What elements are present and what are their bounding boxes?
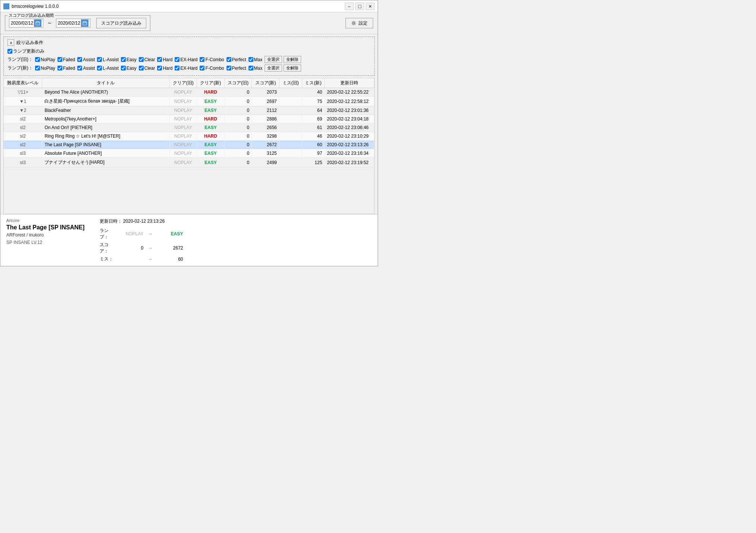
cell-score-old: 0 — [224, 123, 252, 132]
detail-score-new: 2672 — [157, 245, 183, 251]
col-miss-old: ミス(旧) — [279, 78, 302, 88]
cell-score-new: 2499 — [252, 158, 279, 167]
date-to-calendar-button[interactable] — [81, 19, 88, 27]
cell-clear-old: NOPLAY — [169, 115, 197, 123]
cell-miss-old — [279, 123, 302, 132]
cell-score-new: 3125 — [252, 149, 279, 158]
cell-score-old: 0 — [224, 106, 252, 115]
date-to-input[interactable]: 2020/02/12 — [56, 19, 90, 28]
detail-miss-label: ミス： — [100, 256, 115, 262]
table-row[interactable]: sl2 Ring Ring Ring ☆ Let's H! [M@STER] N… — [4, 132, 374, 141]
collapse-button[interactable]: ∧ — [7, 39, 14, 46]
table-row[interactable]: sl2 The Last Page [SP INSANE] NOPLAY EAS… — [4, 141, 374, 149]
load-button[interactable]: スコアログ読み込み — [96, 18, 146, 28]
new-assist-item[interactable]: Assist — [77, 66, 95, 71]
cell-miss-old — [279, 106, 302, 115]
table-row[interactable]: ▽11+ Beyond The Alice (ANOTHER7) NOPLAY … — [4, 88, 374, 97]
new-clear-all-button[interactable]: 全解除 — [284, 65, 301, 72]
old-clear-all-button[interactable]: 全解除 — [284, 56, 301, 63]
new-lamp-label: ランプ(新)： — [7, 65, 33, 71]
new-hard-item[interactable]: Hard — [157, 66, 172, 71]
detail-miss-arrow: → — [147, 257, 154, 262]
table-row[interactable]: ▼1 白き星姫-Принцесса белая звезда- [星織] NOP… — [4, 97, 374, 106]
cell-clear-old: NOPLAY — [169, 123, 197, 132]
table-row[interactable]: sl3 ブナイブナイせんそう[HARD] NOPLAY EASY 0 2499 … — [4, 158, 374, 167]
cell-miss-new: 75 — [302, 97, 325, 106]
old-clear-item[interactable]: Clear — [139, 57, 155, 62]
cell-clear-new: EASY — [197, 123, 225, 132]
svg-rect-0 — [36, 22, 40, 25]
cell-datetime: 2020-02-12 23:13:26 — [325, 141, 374, 149]
cell-clear-new: HARD — [197, 115, 225, 123]
lamp-update-checkbox-item[interactable]: ランプ更新のみ — [7, 48, 44, 54]
detail-miss-row: ミス： → 60 — [100, 256, 183, 262]
lamp-update-label: ランプ更新のみ — [13, 48, 44, 54]
cell-clear-new: EASY — [197, 106, 225, 115]
old-noplay-item[interactable]: NoPlay — [35, 57, 55, 62]
cell-level: sl2 — [4, 115, 42, 123]
new-lamp-row: ランプ(新)： NoPlay Failed Assist L-Assist Ea… — [7, 65, 371, 72]
col-datetime: 更新日時 — [325, 78, 374, 88]
detail-level: SP INSANE LV.12 — [6, 240, 85, 245]
cell-miss-new: 46 — [302, 132, 325, 141]
new-easy-item[interactable]: Easy — [121, 66, 137, 71]
cell-level: sl2 — [4, 123, 42, 132]
close-button[interactable]: × — [366, 3, 375, 10]
cell-score-new: 2672 — [252, 141, 279, 149]
cell-miss-old — [279, 115, 302, 123]
new-clear-item[interactable]: Clear — [139, 66, 155, 71]
cell-miss-new: 125 — [302, 158, 325, 167]
old-lassist-item[interactable]: L-Assist — [97, 57, 119, 62]
cell-score-new: 3298 — [252, 132, 279, 141]
table-row[interactable]: ▼2 BlackFeather NOPLAY EASY 0 2112 64 20… — [4, 106, 374, 115]
old-hard-item[interactable]: Hard — [157, 57, 172, 62]
old-max-item[interactable]: Max — [249, 57, 263, 62]
settings-button[interactable]: 設定 — [346, 18, 373, 28]
old-assist-item[interactable]: Assist — [77, 57, 95, 62]
date-from-calendar-button[interactable] — [34, 19, 41, 27]
lamp-update-checkbox[interactable] — [7, 49, 12, 54]
new-fcombo-item[interactable]: F-Combo — [200, 66, 224, 71]
maximize-button[interactable]: □ — [355, 3, 364, 10]
table-row[interactable]: sl2 On And On!! [PIETHER] NOPLAY EASY 0 … — [4, 123, 374, 132]
old-perfect-item[interactable]: Perfect — [227, 57, 246, 62]
cell-score-old: 0 — [224, 141, 252, 149]
cell-level: ▼2 — [4, 106, 42, 115]
cell-score-new: 2697 — [252, 97, 279, 106]
new-lassist-item[interactable]: L-Assist — [97, 66, 119, 71]
table-row[interactable]: sl2 Metropolis[7key,Another+] NOPLAY HAR… — [4, 115, 374, 123]
minimize-button[interactable]: － — [345, 3, 354, 10]
old-failed-item[interactable]: Failed — [57, 57, 75, 62]
table-section: 難易度表レベル タイトル クリア(旧) クリア(新) スコア(旧) スコア(新)… — [3, 78, 375, 214]
old-easy-item[interactable]: Easy — [121, 57, 137, 62]
new-perfect-item[interactable]: Perfect — [227, 66, 246, 71]
cell-miss-new: 97 — [302, 149, 325, 158]
date-range-separator: ～ — [47, 20, 52, 26]
cell-miss-new: 64 — [302, 106, 325, 115]
date-from-input[interactable]: 2020/02/12 — [9, 19, 43, 28]
old-exhard-item[interactable]: EX-Hard — [175, 57, 197, 62]
old-select-all-button[interactable]: 全選択 — [265, 56, 282, 63]
new-select-all-button[interactable]: 全選択 — [265, 65, 282, 72]
cell-datetime: 2020-02-12 23:10:29 — [325, 132, 374, 141]
cell-datetime: 2020-02-12 23:04:18 — [325, 115, 374, 123]
cell-title: The Last Page [SP INSANE] — [42, 141, 169, 149]
title-bar: bmscorelogview 1.0.0.0 － □ × — [0, 0, 378, 12]
cell-clear-old: NOPLAY — [169, 149, 197, 158]
filter-title: 絞り込み条件 — [16, 40, 43, 46]
detail-panel: Artcore The Last Page [SP INSANE] ARFore… — [0, 214, 378, 266]
detail-artist: ARForest / inukoro — [6, 232, 85, 238]
old-fcombo-item[interactable]: F-Combo — [200, 57, 224, 62]
new-exhard-item[interactable]: EX-Hard — [175, 66, 197, 71]
svg-rect-4 — [83, 22, 87, 25]
window-title: bmscorelogview 1.0.0.0 — [12, 4, 345, 9]
col-level: 難易度表レベル — [4, 78, 42, 88]
new-max-item[interactable]: Max — [249, 66, 263, 71]
cell-score-new: 2073 — [252, 88, 279, 97]
new-failed-item[interactable]: Failed — [57, 66, 75, 71]
cell-title: On And On!! [PIETHER] — [42, 123, 169, 132]
new-noplay-item[interactable]: NoPlay — [35, 66, 55, 71]
table-row[interactable]: sl3 Absolute Future [ANOTHER] NOPLAY EAS… — [4, 149, 374, 158]
cell-title: Absolute Future [ANOTHER] — [42, 149, 169, 158]
table-wrapper[interactable]: 難易度表レベル タイトル クリア(旧) クリア(新) スコア(旧) スコア(新)… — [3, 78, 375, 214]
